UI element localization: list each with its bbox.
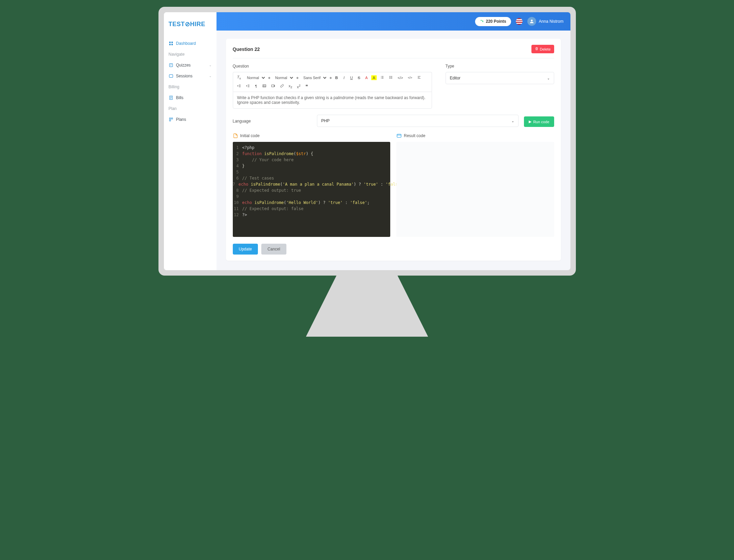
clear-format-button[interactable]: Tx — [236, 74, 242, 81]
topbar: 220 Points Anna Nistrom — [217, 12, 570, 31]
svg-rect-0 — [169, 42, 170, 43]
run-code-button[interactable]: ▶ Run code — [524, 116, 554, 127]
sidebar: TEST⊘HIRE Dashboard Navigate Quizzes ⌄ S… — [164, 12, 217, 270]
username: Anna Nistrom — [539, 19, 564, 24]
result-icon — [396, 133, 402, 138]
svg-point-14 — [389, 78, 390, 78]
chevron-down-icon: ⌄ — [511, 119, 514, 123]
sidebar-section-plan: Plan — [164, 103, 217, 114]
bills-icon — [169, 95, 173, 100]
result-code-label: Result code — [404, 133, 425, 138]
bold-button[interactable]: B — [334, 75, 339, 80]
user-menu[interactable]: Anna Nistrom — [527, 17, 564, 26]
text-color-button[interactable]: A — [364, 75, 369, 80]
type-label: Type — [446, 64, 554, 69]
svg-rect-18 — [397, 134, 401, 137]
bullet-list-button[interactable] — [388, 75, 394, 81]
sidebar-section-navigate: Navigate — [164, 49, 217, 60]
type-select[interactable]: Editor ⌄ — [446, 72, 554, 84]
svg-rect-17 — [271, 85, 274, 87]
code-editor[interactable]: 1<?php2function isPalindrome($str) {3 //… — [233, 142, 391, 237]
chevron-down-icon: ⌄ — [547, 76, 550, 80]
svg-rect-8 — [171, 118, 173, 119]
ordered-list-button[interactable] — [379, 75, 385, 81]
sidebar-label: Plans — [176, 117, 186, 122]
link-button[interactable] — [279, 83, 285, 89]
type-value: Editor — [450, 76, 460, 80]
sidebar-label: Dashboard — [176, 41, 196, 46]
avatar — [527, 17, 536, 26]
svg-point-12 — [389, 76, 390, 76]
sidebar-item-bills[interactable]: Bills — [164, 92, 217, 103]
video-button[interactable] — [270, 83, 277, 89]
plans-icon — [169, 117, 173, 122]
svg-point-11 — [531, 20, 532, 21]
question-input[interactable]: Write a PHP function that checks if a gi… — [233, 92, 432, 109]
image-button[interactable] — [261, 83, 268, 89]
initial-code-label: Initial code — [240, 133, 260, 138]
svg-rect-3 — [171, 44, 173, 45]
result-output — [396, 142, 554, 237]
update-button[interactable]: Update — [233, 244, 258, 255]
sessions-icon — [169, 74, 173, 78]
svg-rect-7 — [169, 118, 171, 119]
strike-button[interactable]: S — [356, 75, 362, 80]
font-select[interactable]: Sans Serif — [301, 75, 327, 81]
underline-button[interactable]: U — [349, 75, 354, 80]
sidebar-label: Sessions — [176, 74, 193, 78]
rich-text-toolbar: Tx Normal ◆ Normal ◆ Sans Serif ◆ B I U … — [233, 72, 432, 92]
flag-icon[interactable] — [516, 18, 523, 25]
quiz-icon — [169, 63, 173, 68]
points-label: 220 Points — [486, 19, 506, 24]
cancel-button[interactable]: Cancel — [261, 244, 286, 255]
size-select[interactable]: Normal — [272, 75, 294, 81]
svg-point-10 — [481, 20, 482, 21]
logo: TEST⊘HIRE — [164, 12, 217, 38]
delete-label: Delete — [540, 47, 551, 51]
outdent-button[interactable] — [236, 83, 243, 89]
svg-point-16 — [263, 85, 264, 86]
chevron-down-icon: ⌄ — [209, 74, 212, 78]
play-icon: ▶ — [529, 119, 531, 124]
svg-rect-1 — [171, 42, 173, 43]
page-title: Question 22 — [233, 46, 260, 52]
language-value: PHP — [321, 118, 330, 123]
indent-button[interactable] — [245, 83, 251, 89]
rtl-button[interactable]: ¶ — [253, 83, 259, 89]
svg-rect-5 — [169, 75, 173, 77]
points-icon — [480, 19, 484, 24]
points-badge[interactable]: 220 Points — [475, 17, 511, 26]
italic-button[interactable]: I — [341, 75, 347, 80]
sidebar-section-billing: Billing — [164, 81, 217, 92]
run-label: Run code — [533, 120, 549, 124]
heading-select[interactable]: Normal — [244, 75, 266, 81]
sidebar-label: Bills — [176, 95, 184, 100]
trash-icon — [535, 47, 539, 51]
question-label: Question — [233, 64, 432, 69]
language-label: Language — [233, 119, 312, 124]
superscript-button[interactable]: x2 — [296, 83, 302, 90]
code-inline-button[interactable]: </> — [396, 75, 404, 80]
delete-button[interactable]: Delete — [531, 45, 554, 53]
sidebar-item-dashboard[interactable]: Dashboard — [164, 38, 217, 49]
svg-rect-9 — [169, 120, 171, 121]
quote-button[interactable]: ❝ — [304, 83, 309, 90]
bg-color-button[interactable]: A — [371, 75, 377, 80]
sidebar-item-plans[interactable]: Plans — [164, 114, 217, 125]
language-select[interactable]: PHP ⌄ — [317, 115, 519, 127]
code-block-button[interactable]: </> — [407, 75, 414, 80]
subscript-button[interactable]: x2 — [287, 83, 294, 90]
code-file-icon — [233, 133, 238, 138]
sidebar-item-quizzes[interactable]: Quizzes ⌄ — [164, 60, 217, 71]
sidebar-label: Quizzes — [176, 63, 191, 68]
align-button[interactable] — [416, 75, 422, 81]
sidebar-item-sessions[interactable]: Sessions ⌄ — [164, 71, 217, 81]
chevron-down-icon: ⌄ — [209, 63, 212, 67]
svg-rect-2 — [169, 44, 170, 45]
dashboard-icon — [169, 41, 173, 46]
svg-point-13 — [389, 77, 390, 77]
